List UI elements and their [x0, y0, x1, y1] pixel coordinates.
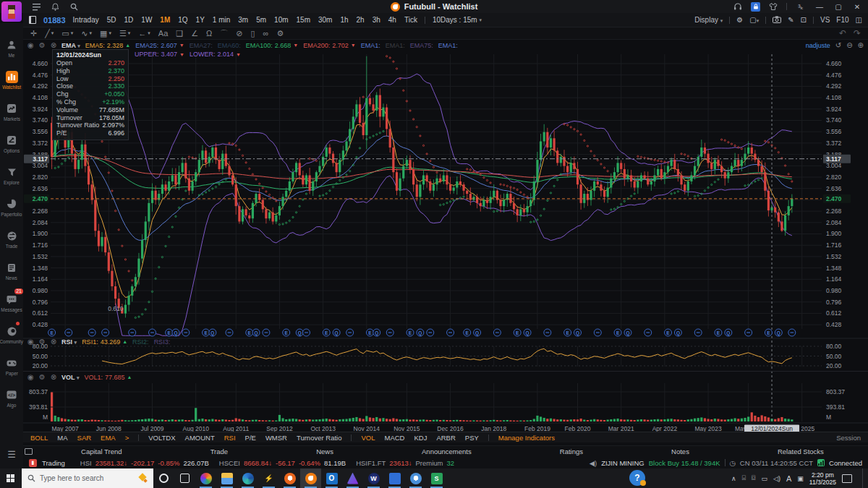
indicator-value[interactable]: EMA100:2.668▼ — [246, 42, 299, 49]
sidebar-item-community[interactable]: Community — [0, 320, 23, 349]
vs-button[interactable]: VS — [820, 16, 830, 24]
alert-text[interactable]: Block Buy 15.48 / 394K — [649, 459, 720, 467]
link-tool-icon[interactable]: ∞ — [263, 29, 269, 38]
shape-tool-icon[interactable]: ▭▾ — [61, 29, 73, 38]
redo-icon[interactable]: ↷ — [854, 28, 861, 38]
indicator-value[interactable]: EMA1: — [386, 42, 405, 49]
timeframe-1W[interactable]: 1W — [141, 16, 152, 24]
indicator-value[interactable]: VOL1:77.685▲ — [84, 374, 132, 381]
desktop-view-icon[interactable] — [25, 448, 33, 455]
panel-layout-icon[interactable]: ◫ — [856, 16, 862, 24]
taskbar-app-chrome-orange[interactable] — [279, 468, 300, 488]
main-chart[interactable]: 0.610EEQEQEQEQEQEQEQEQEQEQEQEQEQEQ80.008… — [23, 40, 868, 442]
indicator-tab-rsi[interactable]: RSI — [224, 434, 236, 442]
timeframe-1Q[interactable]: 1Q — [178, 16, 187, 24]
taskbar-clock[interactable]: 2:20 pm11/3/2025 — [809, 471, 836, 486]
timeframe-Tick[interactable]: Tick — [404, 16, 417, 24]
chart-settings-icon[interactable]: ⚙ — [736, 16, 743, 24]
notification-icon[interactable] — [842, 474, 852, 483]
indicator-value[interactable]: EMA60: — [218, 42, 241, 49]
info-tab-capital-trend[interactable]: Capital Trend — [81, 448, 122, 455]
sidebar-item-options[interactable]: Options — [0, 129, 23, 158]
timeframe-1h[interactable]: 1h — [340, 16, 348, 24]
indicator-tab--[interactable]: > — [125, 434, 129, 442]
tray-display-icon[interactable]: ⌼ — [752, 474, 755, 482]
minimize-button[interactable]: — — [814, 3, 825, 11]
zoom-out-icon[interactable]: ⊖ — [846, 41, 852, 49]
taskbar-app-taskview[interactable] — [174, 468, 195, 488]
pin-icon[interactable]: ◉ — [27, 373, 34, 381]
ema-dropdown[interactable]: EMA ▾ — [61, 42, 80, 49]
tray-expand-icon[interactable]: ∧ — [731, 475, 736, 482]
taskbar-app-cortana[interactable] — [153, 468, 174, 488]
sidebar-item-trade[interactable]: Trade — [0, 224, 23, 254]
tray-shield-icon[interactable]: ▣ — [797, 475, 804, 482]
indicator-tab-arbr[interactable]: ARBR — [436, 434, 455, 442]
avatar[interactable] — [1, 1, 22, 22]
settings-tool-icon[interactable]: ⚙ — [276, 29, 284, 38]
indicator-value[interactable]: RSI1:43.269▲ — [82, 338, 127, 346]
index-quote[interactable]: HSI23581.32↓-202.17-0.85%226.07B — [80, 459, 209, 467]
stock-page-icon[interactable] — [29, 16, 36, 24]
draw-icon[interactable]: ✎ — [788, 16, 793, 24]
info-tab-trade[interactable]: Trade — [210, 448, 228, 455]
timeframe-5D[interactable]: 5D — [107, 16, 116, 24]
timeframe-1Y[interactable]: 1Y — [196, 16, 205, 24]
comment-tool-icon[interactable]: ❑ — [176, 29, 183, 38]
tray-device-icon[interactable]: ⌻ — [742, 474, 746, 482]
indicator-value[interactable]: EMA1: — [438, 42, 458, 49]
taskbar-app-explorer[interactable] — [216, 468, 237, 488]
text-tool-icon[interactable]: Aa — [158, 29, 168, 38]
help-icon[interactable]: ? — [629, 470, 645, 486]
taskbar-app-webex[interactable]: W — [363, 468, 384, 488]
taskbar-app-futubull[interactable] — [300, 468, 321, 488]
indicator-tab-ma[interactable]: MA — [57, 434, 67, 442]
sidebar-menu-icon[interactable]: ☰ — [0, 449, 23, 460]
battery-icon[interactable]: ▭ — [762, 475, 768, 482]
sidebar-item-paperfolio[interactable]: Paperfolio — [0, 192, 23, 222]
sidebar-item-me[interactable]: Me — [0, 33, 23, 63]
remove-icon[interactable]: ⊗ — [51, 373, 56, 381]
indicator-tab-kdj[interactable]: KDJ — [414, 434, 427, 442]
sidebar-item-algo[interactable]: </>Algo — [0, 383, 23, 413]
menu-icon[interactable] — [32, 2, 41, 11]
settings-icon[interactable]: ⚙ — [39, 338, 46, 346]
indicator-tab-voltdx[interactable]: VOLTDX — [148, 434, 175, 442]
taskbar-app-sheets[interactable]: S — [426, 468, 447, 488]
bell-icon[interactable] — [51, 2, 59, 11]
sidebar-item-watchlist[interactable]: Watchlist — [0, 65, 23, 95]
sidebar-item-explore[interactable]: Explore — [0, 160, 23, 190]
info-tab-news[interactable]: News — [316, 448, 333, 455]
boll-value[interactable]: LOWER:2.014▼ — [190, 51, 241, 58]
indicator-tab-amount[interactable]: AMOUNT — [185, 434, 215, 442]
range-selector[interactable]: 10Days : 15m▾ — [433, 16, 482, 24]
screenshot-icon[interactable] — [773, 16, 781, 25]
info-tab-ratings[interactable]: Ratings — [560, 448, 583, 455]
move-tool-icon[interactable]: ✛ — [30, 29, 37, 38]
ban-tool-icon[interactable]: ⊘ — [236, 29, 242, 38]
headphones-icon[interactable] — [733, 2, 742, 11]
arrow-tool-icon[interactable]: ←▾ — [138, 29, 150, 38]
arc-tool-icon[interactable]: ⌒ — [220, 28, 228, 39]
vol-dropdown[interactable]: VOL ▾ — [61, 374, 79, 381]
indicator-tab-manage-indicators[interactable]: Manage Indicators — [498, 434, 555, 442]
taskbar-app-bluesq[interactable] — [384, 468, 405, 488]
indicator-tab-turnover-ratio[interactable]: Turnover Ratio — [297, 434, 341, 442]
f10-button[interactable]: F10 — [836, 16, 848, 24]
taskbar-app-thunder[interactable]: ⚡ — [258, 468, 279, 488]
indicator-tab-wmsr[interactable]: WMSR — [265, 434, 287, 442]
wave-tool-icon[interactable]: ∿▾ — [81, 29, 92, 38]
index-quote[interactable]: HSIF1.FT23613↓Premium32 — [356, 459, 454, 467]
fib-tool-icon[interactable]: ☰▾ — [119, 29, 130, 38]
timeframe-3m[interactable]: 3m — [238, 16, 248, 24]
indicator-value[interactable]: EMA5:2.328▲ — [85, 42, 130, 49]
sidebar-item-paper[interactable]: Paper — [0, 351, 23, 381]
volume-icon[interactable]: ◁) — [773, 475, 780, 482]
search-icon[interactable] — [69, 2, 78, 11]
session-label[interactable]: Session — [836, 434, 861, 442]
close-button[interactable]: ✕ — [852, 3, 862, 11]
info-tab-related-stocks[interactable]: Related Stocks — [778, 448, 824, 455]
taskbar-app-copilot[interactable] — [195, 468, 216, 488]
indicator-tab-psy[interactable]: PSY — [465, 434, 479, 442]
sidebar-item-news[interactable]: News — [0, 256, 23, 286]
